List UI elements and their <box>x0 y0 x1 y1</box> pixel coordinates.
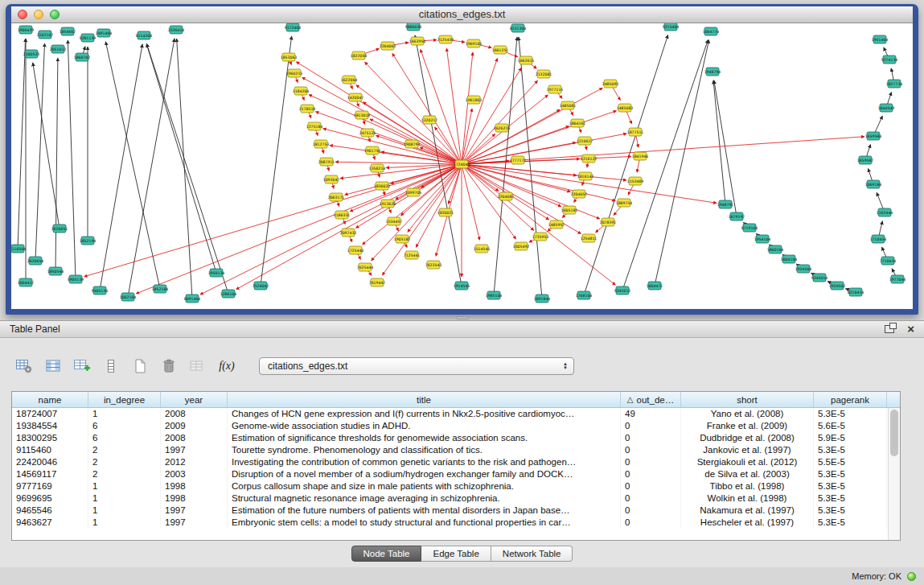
graph-node[interactable]: 1777171 <box>510 156 527 164</box>
graph-node[interactable]: 1901750 <box>364 146 381 154</box>
graph-node[interactable]: 1186331 <box>334 211 351 219</box>
graph-node[interactable]: 1485083 <box>617 104 634 112</box>
graph-node[interactable]: 5905139 <box>68 275 84 283</box>
graph-node[interactable]: 1960215 <box>286 69 303 77</box>
graph-node[interactable]: 1822058 <box>351 51 368 60</box>
graph-node[interactable]: 1724040 <box>454 160 470 168</box>
select-rows-button[interactable] <box>100 356 122 377</box>
table-row[interactable]: 2242004622012Investigating the contribut… <box>12 456 900 468</box>
graph-node[interactable]: 2132081 <box>536 70 552 78</box>
import-table-button[interactable] <box>71 356 93 377</box>
graph-node[interactable]: 1816142 <box>577 172 594 180</box>
graph-node[interactable]: 8091404 <box>184 295 201 303</box>
graph-node[interactable]: 2063171 <box>328 193 345 201</box>
graph-node[interactable]: 1889754 <box>616 199 633 207</box>
table-display-settings-button[interactable] <box>13 356 35 377</box>
graph-node[interactable]: 1420047 <box>347 93 364 101</box>
float-panel-icon[interactable] <box>885 325 894 333</box>
graph-node[interactable]: 1850544 <box>47 267 64 275</box>
tab-network-table[interactable]: Network Table <box>491 546 573 562</box>
graph-node[interactable]: 1659584 <box>865 132 882 140</box>
graph-node[interactable]: 1985104 <box>486 291 503 299</box>
graph-node[interactable]: 9172404 <box>285 23 302 31</box>
graph-node[interactable]: 2102107 <box>37 31 54 39</box>
graph-node[interactable]: 7125441 <box>404 251 421 259</box>
table-row[interactable]: 1830029562008Estimation of significance … <box>12 432 900 444</box>
graph-node[interactable]: 1644549 <box>878 104 895 112</box>
graph-node[interactable]: 1605181 <box>561 206 578 214</box>
graph-node[interactable]: 1924502 <box>829 282 846 290</box>
graph-node[interactable]: 1841946 <box>632 152 649 160</box>
graph-node[interactable]: 2475125 <box>359 129 376 137</box>
graph-node[interactable]: 1320217 <box>421 116 438 124</box>
graph-node[interactable]: 1735953 <box>532 233 549 241</box>
table-row[interactable]: 911546021997Tourette syndrome. Phenomeno… <box>12 444 900 456</box>
graph-node[interactable]: 1485081 <box>560 101 577 109</box>
graph-node[interactable]: 2204087 <box>498 192 515 200</box>
graph-node[interactable]: 1110504 <box>11 245 26 253</box>
graph-node[interactable]: 1977115 <box>547 85 564 93</box>
table-row[interactable]: 969969511998Structural magnetic resonanc… <box>12 492 900 505</box>
graph-node[interactable]: 1813018 <box>354 111 371 119</box>
graph-node[interactable]: 1830022 <box>374 182 391 190</box>
graph-node[interactable]: 1286104 <box>220 290 237 298</box>
graph-node[interactable]: 1210617 <box>577 137 593 145</box>
graph-node[interactable]: 1626215 <box>494 124 511 132</box>
tab-node-table[interactable]: Node Table <box>351 546 422 562</box>
graph-node[interactable]: 1969105 <box>466 39 483 47</box>
graph-node[interactable]: 1275184 <box>306 122 323 130</box>
graph-node[interactable]: 2204057 <box>571 190 588 198</box>
graph-node[interactable]: 7619447 <box>369 278 386 286</box>
graph-node[interactable]: 1914545 <box>454 282 470 290</box>
graph-node[interactable]: 1093047 <box>323 175 340 183</box>
graph-node[interactable]: 1254811 <box>581 234 598 242</box>
graph-node[interactable]: 1514545 <box>474 245 491 253</box>
graph-node[interactable]: 2051612 <box>50 45 67 53</box>
table-select[interactable]: citations_edges.txt ▲ ▼ <box>259 357 574 375</box>
graph-node[interactable]: 2100523 <box>23 50 40 58</box>
graph-node[interactable]: 2264063 <box>380 42 396 50</box>
graph-node[interactable]: 1977044 <box>889 275 906 283</box>
graph-node[interactable]: 1852194 <box>80 237 97 245</box>
column-header-year[interactable]: year <box>161 392 228 407</box>
graph-node[interactable]: 1358214 <box>369 164 386 172</box>
graph-node[interactable]: 1906429 <box>18 26 35 34</box>
column-header-title[interactable]: title <box>228 392 621 407</box>
table-row[interactable]: 946554611997Estimation of the future num… <box>12 505 900 517</box>
graph-node[interactable]: 9274134 <box>881 56 898 64</box>
graph-node[interactable]: 1908793 <box>404 140 421 148</box>
column-header-out-de-[interactable]: △out_de… <box>621 392 681 407</box>
graph-node[interactable]: 2620651 <box>51 225 68 233</box>
create-column-button[interactable] <box>129 356 151 377</box>
graph-node[interactable]: 1830021 <box>437 208 454 216</box>
graph-node[interactable]: 1924504 <box>795 265 812 273</box>
graph-node[interactable]: 2078391 <box>600 218 617 226</box>
graph-node[interactable]: 7524042 <box>253 282 269 290</box>
graph-node[interactable]: 9215404 <box>663 23 680 31</box>
graph-node[interactable]: 1877511 <box>627 128 644 136</box>
graph-node[interactable]: 2097433 <box>340 229 357 237</box>
graph-node[interactable]: 1099705 <box>405 188 422 196</box>
graph-node[interactable]: 1069184 <box>865 180 882 188</box>
close-panel-icon[interactable]: × <box>907 323 914 335</box>
graph-node[interactable]: 7625444 <box>357 263 374 271</box>
graph-node[interactable]: 1913628 <box>380 200 396 208</box>
graph-node[interactable]: 1768104 <box>576 291 593 299</box>
graph-node[interactable]: 1950134 <box>208 269 225 277</box>
graph-node[interactable]: 1663950 <box>409 37 426 45</box>
graph-node[interactable]: 1905182 <box>394 235 411 243</box>
delete-column-button[interactable] <box>158 356 180 377</box>
graph-node[interactable]: 8131304 <box>510 24 527 32</box>
minimize-button[interactable] <box>34 10 43 19</box>
graph-node[interactable]: 8281139 <box>80 34 97 42</box>
graph-node[interactable]: 2178518 <box>299 105 316 113</box>
graph-node[interactable]: 1948791 <box>717 200 734 208</box>
graph-node[interactable]: 1534457 <box>386 217 403 225</box>
network-window-titlebar[interactable]: citations_edges.txt <box>11 6 913 23</box>
graph-node[interactable]: 2087911 <box>318 158 335 166</box>
graph-node[interactable]: 1679197 <box>729 212 745 220</box>
graph-node[interactable]: 1725440 <box>347 246 364 254</box>
panel-splitter[interactable] <box>0 315 924 320</box>
graph-node[interactable]: 1091844 <box>534 295 551 303</box>
graph-node[interactable]: 2326414 <box>168 26 185 34</box>
